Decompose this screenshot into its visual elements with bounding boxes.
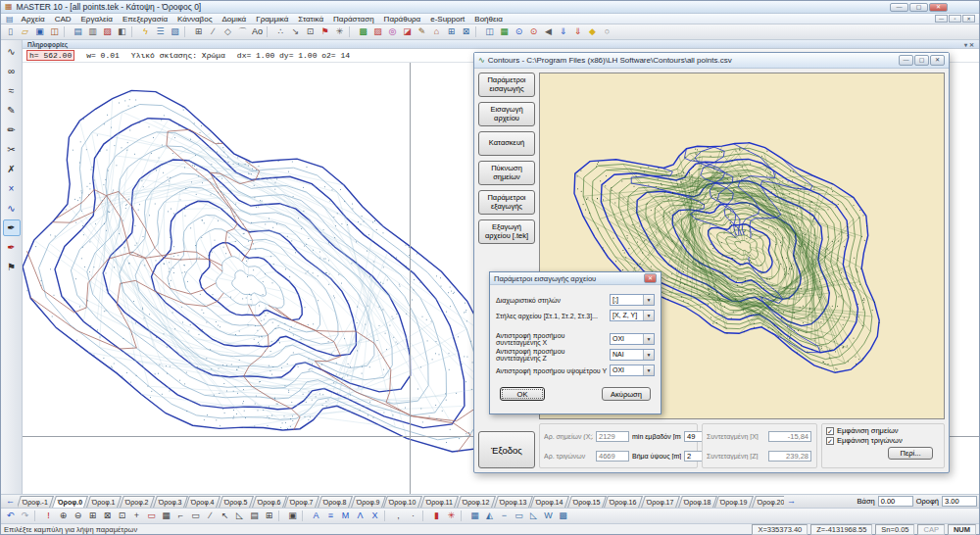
w-icon[interactable]: W [541, 510, 556, 523]
show-points-checkbox[interactable]: ✓ Εμφάνιση σημείων [826, 426, 940, 435]
text-tool-icon[interactable]: Ao [250, 25, 265, 39]
bulb-red-icon[interactable]: ⊙ [526, 25, 541, 39]
points-count-field[interactable]: 2129 [596, 431, 629, 442]
list-view-icon[interactable]: ☰ [153, 25, 168, 39]
cancel-button[interactable]: Ακύρωση [602, 387, 651, 401]
floor-tab[interactable]: Όροφ.2 [120, 496, 155, 508]
menu-parathyra[interactable]: Παράθυρα [379, 14, 426, 24]
redo-icon[interactable]: ↷ [18, 510, 32, 523]
page-setup-icon[interactable]: ◧ [115, 25, 129, 39]
clipboard-icon[interactable]: ▣ [285, 510, 300, 523]
tab-scroll-right-icon[interactable]: → [784, 495, 799, 508]
dropdown[interactable]: [X, Z, Y] ▼ [610, 310, 655, 321]
chevron-down-icon[interactable]: ▼ [643, 311, 654, 320]
zoom-selected-icon[interactable]: ⊡ [115, 510, 129, 523]
save-file-icon[interactable]: ▣ [32, 25, 47, 39]
about-button[interactable]: Περί... [888, 447, 933, 460]
torus-icon[interactable]: ◎ [385, 25, 400, 39]
import-file-icon[interactable]: ◫ [47, 25, 62, 39]
delete-red-icon[interactable]: ▮ [429, 510, 444, 523]
coordinate-z-field[interactable]: 239,28 [768, 451, 811, 462]
dropdown[interactable]: ΝΑΙ ▼ [610, 349, 655, 361]
floor-tab[interactable]: Όροφ.19 [714, 496, 753, 508]
brush-tool-icon[interactable]: ✏ [3, 122, 21, 138]
floor-tab[interactable]: Όροφ.11 [420, 496, 459, 508]
pick-color-tool-icon[interactable]: ✒ [3, 239, 21, 256]
print-icon[interactable]: ▥ [85, 25, 100, 39]
pen-tool-icon[interactable]: ✎ [3, 102, 21, 119]
export-params-button[interactable]: Παράμετροι εξαγωγής [478, 190, 535, 215]
link-curve-tool-icon[interactable]: ∞ [3, 63, 21, 79]
open-file-icon[interactable]: ▱ [18, 25, 32, 39]
zoom-out-icon[interactable]: ⊖ [71, 510, 85, 523]
snap-icon[interactable]: ⊡ [303, 25, 318, 39]
floor-tab[interactable]: Όροφ.-1 [18, 496, 54, 508]
lightning-icon[interactable]: ϟ [138, 25, 153, 39]
warning-icon[interactable]: ! [41, 510, 56, 523]
dot-icon[interactable]: · [406, 510, 420, 523]
erase-icon[interactable]: ▭ [144, 510, 159, 523]
measure-icon[interactable]: ∴ [273, 25, 288, 39]
spline-tool-icon[interactable]: ∿ [3, 43, 21, 60]
select-icon[interactable]: ↖ [218, 510, 232, 523]
maximize-button[interactable]: ▢ [909, 3, 928, 12]
tools-icon[interactable]: ✳ [332, 25, 347, 39]
edit-curve-tool-icon[interactable]: ≈ [3, 82, 21, 99]
menu-cad[interactable]: CAD [50, 14, 76, 24]
menu-archeia[interactable]: Αρχεία [17, 14, 50, 24]
menu-voitheia[interactable]: Βοήθεια [469, 14, 508, 24]
copy-icon[interactable]: ▤ [71, 25, 85, 39]
export-tek-button[interactable]: Εξαγωγή αρχείου [.tek] [478, 219, 535, 244]
text-a-icon[interactable]: A [309, 510, 323, 523]
menu-grammika[interactable]: Γραμμικά [251, 14, 293, 24]
chart-icon[interactable]: ◫ [482, 25, 497, 39]
triangles-count-field[interactable]: 4669 [596, 451, 629, 462]
densify-points-button[interactable]: Πύκνωση σημείων [478, 161, 535, 185]
zoom-extents-icon[interactable]: ⊠ [100, 510, 115, 523]
drop-blue-icon[interactable]: ⇓ [556, 25, 570, 39]
floor-tab[interactable]: Όροφ.8 [318, 496, 353, 508]
menu-epexergasia[interactable]: Επεξεργασία [118, 14, 172, 24]
zigzag-tool-icon[interactable]: ∿ [3, 200, 21, 217]
zoom-window-icon[interactable]: ⊞ [85, 510, 100, 523]
dropdown[interactable]: ΟΧΙ ▼ [610, 365, 655, 376]
floor-tab[interactable]: Όροφ.4 [185, 496, 220, 508]
dimension-icon[interactable]: ↘ [288, 25, 303, 39]
minimize-button[interactable]: — [890, 3, 908, 12]
floor-tab[interactable]: Όροφ.7 [284, 496, 319, 508]
wedge-icon[interactable]: ◺ [526, 510, 541, 523]
line-tool-icon[interactable]: ∕ [206, 25, 220, 39]
mdi-minimize-button[interactable]: — [935, 15, 948, 23]
import-file-button[interactable]: Εισαγωγή αρχείου [478, 102, 535, 126]
align-icon[interactable]: ≡ [323, 510, 338, 523]
floor-tab[interactable]: Όροφ.6 [252, 496, 287, 508]
panel-icon[interactable]: ▭ [512, 510, 526, 523]
flag-icon[interactable]: ⚑ [318, 25, 332, 39]
floor-tab[interactable]: Όροφ.17 [641, 496, 679, 508]
coordinate-x-field[interactable]: -15,84 [768, 431, 811, 442]
menu-ergaleia[interactable]: Εργαλεία [76, 14, 118, 24]
floor-tab[interactable]: Όροφ.16 [604, 496, 642, 508]
text-x-icon[interactable]: X [368, 510, 382, 523]
export-icon[interactable]: ▨ [100, 25, 115, 39]
info-close-icon[interactable]: ✕ [969, 41, 974, 48]
contours-close-button[interactable]: ✕ [930, 55, 945, 66]
zoom-in-icon[interactable]: ⊕ [56, 510, 71, 523]
grid2-icon[interactable]: ▩ [556, 510, 570, 523]
collapse-icon[interactable]: − [497, 510, 512, 523]
floor-tab[interactable]: Όροφ.10 [383, 496, 421, 508]
floor-tab[interactable]: Όροφ.1 [86, 496, 122, 508]
dropdown[interactable]: [;] ▼ [610, 294, 655, 306]
roof-field[interactable]: 3.00 [942, 496, 977, 507]
chevron-down-icon[interactable]: ▼ [643, 334, 654, 344]
comment-icon[interactable]: ◭ [482, 510, 497, 523]
line-icon[interactable]: ∕ [203, 510, 218, 523]
mesh-icon[interactable]: ⊞ [444, 25, 459, 39]
menu-parastasi[interactable]: Παράσταση [328, 14, 379, 24]
grid-settings-icon[interactable]: ▦ [159, 510, 173, 523]
floor-tab[interactable]: Όροφ.18 [678, 496, 716, 508]
table-icon[interactable]: ▤ [247, 510, 262, 523]
layers-icon[interactable]: ▧ [168, 25, 182, 39]
flag-tool-icon[interactable]: ⚑ [3, 259, 21, 275]
scissors-tool-icon[interactable]: ✂ [3, 141, 21, 158]
